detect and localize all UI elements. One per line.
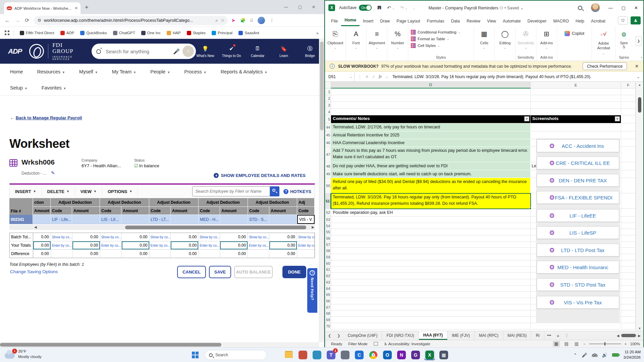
zoom-in-icon[interactable]: + [625, 342, 627, 346]
sheet-tab-compone-u4f-[interactable]: CompOne (U4F) [343, 331, 382, 340]
excel-close-button[interactable]: ✕ [634, 5, 638, 10]
taskbar-app-calculator[interactable]: ▦ [438, 350, 449, 360]
screenshot-card-label[interactable]: VIS - Vis Pre Tax [555, 300, 611, 305]
cell-f45[interactable] [621, 131, 636, 139]
cell-d45[interactable]: Annual Retention Incentive for 2025 [331, 131, 531, 139]
cell-d69[interactable] [331, 317, 531, 323]
totals-code-link[interactable]: Enter by co... [248, 241, 269, 249]
new-sheet-button[interactable]: + [554, 331, 562, 340]
screenshot-card-med[interactable]: ⚙MED - Health Insuranc [537, 261, 619, 274]
employee-row[interactable]: 002341LIF - Life...LIS - Lif...LTD - LT.… [9, 215, 315, 224]
row-number-2[interactable]: 2 [325, 95, 331, 102]
ribbon-tab-draw[interactable]: Draw [377, 16, 393, 26]
cell-f66[interactable] [621, 298, 636, 304]
ribbon-tab-automate[interactable]: Automate [499, 16, 524, 26]
extensions-puzzle-icon[interactable]: 🧩 [240, 18, 246, 23]
cell-f53[interactable] [621, 217, 636, 223]
filter-dropdown-icon[interactable]: ▼ [615, 116, 620, 121]
taskbar-search[interactable]: Search [205, 350, 267, 360]
tray-chevron-icon[interactable]: ⌃ [573, 353, 577, 358]
row-number-46[interactable]: 46 [325, 139, 331, 147]
row-number-51[interactable]: 51 [325, 193, 331, 209]
redo-icon[interactable]: ↷ ⌄ [400, 5, 407, 10]
nav-item-home[interactable]: Home [10, 69, 23, 74]
bookmark-item[interactable]: HAP [167, 31, 181, 35]
scroll-right-icon[interactable]: ▶ [312, 225, 314, 229]
row-number-67[interactable]: 67 [325, 304, 331, 311]
amount-cell[interactable] [220, 215, 248, 224]
column-header-d[interactable]: D [331, 82, 531, 88]
your-total-input[interactable]: 0.00 [33, 241, 51, 249]
row-number-54[interactable]: 54 [325, 223, 331, 229]
cell-d65[interactable] [331, 292, 531, 298]
totals-code-link[interactable]: Show by co... [150, 233, 171, 241]
forward-icon[interactable]: → [15, 17, 20, 23]
code-cell[interactable]: LIF - Life... [51, 215, 72, 224]
excel-maximize-button[interactable]: ▢ [622, 5, 626, 10]
scroll-right-icon[interactable]: ▶ [638, 334, 641, 338]
browser-profile-avatar[interactable] [258, 17, 265, 24]
cancel-button[interactable]: CANCEL [177, 266, 206, 278]
edit-pencil-icon[interactable]: ✎ [51, 170, 55, 176]
code-cell[interactable]: MED - H... [199, 215, 220, 224]
comments-header-cell[interactable]: Comments/ Notes▼ [331, 115, 531, 123]
cell-f56[interactable] [621, 235, 636, 242]
ribbon-tab-view[interactable]: View [484, 16, 499, 26]
save-button[interactable]: SAVE [209, 266, 231, 278]
totals-code-link[interactable]: Enter by co... [199, 241, 220, 249]
grid-corner-cell[interactable] [325, 82, 331, 88]
pink-extension-icon[interactable]: ➤ [231, 17, 235, 23]
cell-f69[interactable] [621, 317, 636, 323]
cell-f64[interactable] [621, 286, 636, 292]
table-menu-delete[interactable]: DELETE▼ [42, 187, 75, 196]
cancel-entry-icon[interactable]: ✕ [365, 74, 369, 79]
cell-f47[interactable] [621, 147, 636, 162]
undo-icon[interactable]: ↶ ⌄ [387, 5, 394, 10]
bookmarks-overflow-icon[interactable]: » [316, 31, 319, 36]
scroll-up-icon[interactable]: ▲ [636, 82, 643, 86]
screenshot-card-label[interactable]: LIS - LifeSP [555, 230, 611, 236]
sheet-tab-haa-6y7-[interactable]: HAA (6Y7) [419, 331, 447, 340]
sheet-tab-mai-rpc-[interactable]: MAI (RPC) [475, 331, 503, 340]
cell-f[interactable] [621, 115, 636, 123]
row-number-61[interactable]: 61 [325, 267, 331, 273]
totals-code-link[interactable]: Enter by co... [100, 241, 122, 249]
screenshot-card-den[interactable]: ⚙DEN - DEN PRE TAX [537, 174, 619, 187]
taskbar-app-chrome[interactable] [368, 350, 379, 360]
nav-item-myself[interactable]: Myself▼ [79, 69, 98, 74]
screenshot-card-std[interactable]: ⚙STD - STD Post Tax [537, 278, 619, 291]
formula-text[interactable]: Terminated, LDW: 3/10/26. Pay 16 hours r… [392, 74, 633, 79]
back-to-payroll-link[interactable]: ← Back to Manage Regular Payroll [10, 115, 82, 120]
browser-essentials-icon[interactable]: ⍇ [250, 18, 253, 23]
your-total-input[interactable]: 0.00 [269, 241, 297, 249]
battery-icon[interactable] [612, 353, 619, 357]
wifi-icon[interactable] [592, 353, 597, 357]
insert-function-icon[interactable]: fx [379, 74, 382, 79]
save-icon[interactable]: 🖪 [377, 5, 382, 10]
row-number-56[interactable]: 56 [325, 235, 331, 242]
weather-widget[interactable]: 1 35°F Mostly cloudy [5, 349, 42, 359]
microphone-icon[interactable]: 🎤 [582, 353, 587, 358]
cell-d44[interactable]: Terminated, LDW: 2/17/26, only pay for h… [331, 123, 531, 131]
excel-minimize-button[interactable]: — [608, 5, 613, 10]
cell-f51[interactable] [621, 193, 636, 209]
row-number-47[interactable]: 47 [325, 147, 331, 162]
screenshot-card-label[interactable]: CRE - CRITICAL ILL EE [555, 160, 611, 166]
cell-f68[interactable] [621, 311, 636, 317]
cell-d51[interactable]: Terminated, LDW: 3/10/26. Pay 16 hours r… [331, 193, 531, 209]
taskbar-app-goto[interactable]: G [410, 350, 421, 360]
sheet-tab-fdi-nr2-txu-[interactable]: FDI (NR2-TXU) [382, 331, 419, 340]
sheet-nav-right-icon[interactable]: ❯ [334, 331, 343, 340]
cell-f62[interactable] [621, 273, 636, 279]
ribbon-collapse-icon[interactable]: ⌄ [640, 55, 643, 59]
show-employee-details-link[interactable]: + SHOW EMPLOYEE DETAILS AND RATES [214, 173, 306, 178]
cell-f48[interactable] [621, 162, 636, 170]
ribbon-tab-acrobat[interactable]: Acrobat [588, 16, 609, 26]
bookmark-item[interactable]: Staples [187, 31, 206, 35]
nav-item-resources[interactable]: Resources▼ [37, 69, 65, 74]
done-button[interactable]: DONE [282, 266, 306, 278]
user-avatar[interactable] [591, 3, 600, 12]
screenshot-card-label[interactable]: LTD - LTD Post Tax [555, 247, 611, 253]
row-number-50[interactable]: 50 [325, 178, 331, 193]
quick-link-learn[interactable]: 🔖Learn [274, 45, 293, 58]
